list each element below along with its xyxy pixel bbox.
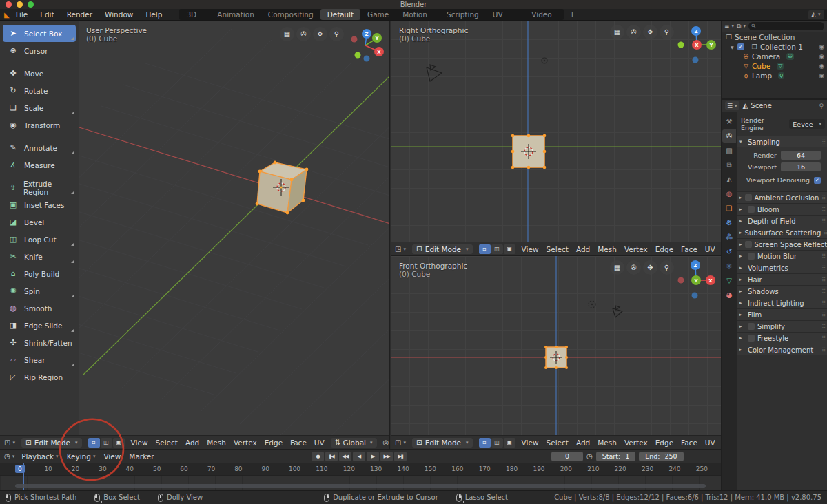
transport-button[interactable]: ◀◀ [339,452,351,461]
navigation-gizmo[interactable]: Z Y X [345,27,386,68]
lamp-marker[interactable] [542,58,547,63]
workspace-tab[interactable]: UV Editing [486,9,525,20]
viewport-control-button[interactable]: ▦ [280,27,294,41]
toolbar-tool[interactable]: ↻ Rotate [3,82,76,99]
editor-type-button[interactable]: ◷▾ [4,452,14,460]
transport-button[interactable]: ▶▮ [394,452,407,461]
header-menu[interactable]: Edge [655,439,673,447]
navigation-gizmo[interactable]: Z X Y [675,24,717,65]
toolbar-tool[interactable]: ⇧ Extrude Region [3,179,76,196]
toolbar-tool[interactable]: ◪ Bevel [3,213,76,231]
header-menu[interactable]: UV [314,439,325,447]
panel-drag-icon[interactable]: ⠿ [821,300,825,306]
header-menu[interactable]: View [522,245,539,253]
visibility-eye-icon[interactable]: ◉ [819,43,824,50]
header-menu[interactable]: Vertex [624,439,648,447]
vertex-select-button[interactable]: ▫ [479,438,491,448]
properties-panel-header[interactable]: ▸ Indirect Lighting ⠿ [737,297,827,308]
viewport-control-button[interactable]: ▦ [610,25,624,39]
menu-item[interactable]: Render [61,9,99,20]
viewport-control-button[interactable]: ⚲ [660,260,674,275]
transport-button[interactable]: ▶ [367,452,379,461]
header-menu[interactable]: Mesh [598,245,617,253]
filter-button[interactable]: ≡▾ [724,23,734,30]
end-frame-field[interactable]: End:250 [639,452,683,461]
scene-name-field[interactable]: Scene [824,10,827,19]
panel-checkbox[interactable] [748,323,755,330]
properties-tab[interactable]: ◭ [722,173,736,186]
panel-drag-icon[interactable]: ⠿ [821,288,825,295]
timeline-menu[interactable]: Marker [129,452,154,461]
workspace-tab[interactable]: 3D View Full [179,9,210,20]
cube-mesh[interactable] [544,346,568,369]
menu-item[interactable]: Help [139,9,168,20]
viewport-control-button[interactable]: ⚲ [329,27,344,41]
outliner-row[interactable]: ✇ Camera ✇ ◉ [722,52,827,61]
properties-tab[interactable]: ◕ [722,288,736,302]
collection-checkbox[interactable]: ✓ [737,43,744,50]
properties-panel-header[interactable]: ▸ Simplify ⠿ [737,320,827,332]
orientation-select[interactable]: ⇅Global▾ [331,438,377,448]
header-menu[interactable]: Mesh [207,439,226,447]
cube-mesh[interactable] [511,134,547,169]
edge-select-button[interactable]: ◫ [491,438,503,448]
viewport-control-button[interactable]: ✥ [313,27,327,41]
toolbar-tool[interactable]: ◸ Rip Region [3,368,76,386]
properties-panel-header[interactable]: ▸ Freestyle ⠿ [737,332,827,344]
viewport-control-button[interactable]: ▦ [610,260,624,275]
timeline-scrollbar[interactable] [15,484,706,488]
header-menu[interactable]: Add [576,439,590,447]
menu-item[interactable]: Window [99,9,139,20]
header-menu[interactable]: Face [681,245,697,253]
properties-tab[interactable]: ▤ [722,144,736,157]
properties-tab[interactable]: ⚒ [722,115,736,128]
header-menu[interactable]: Face [681,439,697,447]
toolbar-tool[interactable]: ✺ Spin [3,282,76,300]
properties-panel-header[interactable]: ▸ Hair ⠿ [737,273,827,285]
header-menu[interactable]: Mesh [598,439,617,447]
render-samples-field[interactable]: 64 [781,151,821,160]
header-menu[interactable]: UV [705,439,715,447]
transport-button[interactable]: ● [312,452,324,461]
panel-checkbox[interactable] [748,206,755,213]
mode-select[interactable]: ⊡Edit Mode▾ [412,244,473,254]
pivot-point-button[interactable]: ◎▾ [383,439,389,446]
display-mode-button[interactable]: ⧉▾ [737,23,746,30]
toolbar-tool[interactable]: ✂ Knife [3,248,76,265]
header-menu[interactable]: Face [290,439,307,447]
workspace-tab[interactable]: Compositing [261,9,320,20]
edge-select-button[interactable]: ◫ [491,244,503,254]
panel-drag-icon[interactable]: ⠿ [821,324,825,330]
viewport-samples-field[interactable]: 16 [781,162,821,171]
panel-checkbox[interactable] [748,335,755,342]
toolbar-tool[interactable]: ✎ Annotate [3,139,76,156]
navigation-gizmo[interactable]: Z Y X [675,260,717,301]
panel-drag-icon[interactable]: ⠿ [821,139,825,145]
outliner-search[interactable]: ⚲ [748,22,824,30]
panel-checkbox[interactable] [748,253,755,260]
editor-type-button[interactable]: ☰▾ [725,101,739,110]
properties-tab[interactable]: ⚛ [722,260,736,273]
timeline-menu[interactable]: Keying▾ [67,452,96,461]
viewport-right-ortho[interactable]: Right Orthographic (0) Cube ▦✇✥⚲ Z X Y ◳… [391,21,721,255]
vertex-select-button[interactable]: ▫ [479,244,491,254]
transport-button[interactable]: ▶▶ [380,452,393,461]
face-select-button[interactable]: ▣ [113,438,125,448]
blender-logo-icon[interactable]: ◣ [4,11,10,19]
visibility-eye-icon[interactable]: ◉ [819,63,824,70]
panel-drag-icon[interactable]: ⠿ [821,335,825,342]
properties-tab[interactable]: ⧉ [722,158,736,171]
denoise-checkbox[interactable]: ✓ [814,177,821,184]
workspace-tab[interactable]: Scripting [440,9,486,20]
workspace-tab[interactable]: Motion Tracking [396,9,440,20]
camera-marker[interactable] [427,65,442,81]
expand-icon[interactable]: ▼ [731,45,735,50]
mode-select[interactable]: ⊡Edit Mode▾ [412,438,473,448]
header-menu[interactable]: Select [547,245,569,253]
pin-icon[interactable]: ⚲ [819,103,824,109]
transport-button[interactable]: ◀ [353,452,365,461]
header-menu[interactable]: Vertex [624,245,648,253]
timeline-menu[interactable]: View [103,452,121,461]
properties-tab[interactable]: ⁂ [722,231,736,244]
panel-checkbox[interactable] [745,194,752,201]
